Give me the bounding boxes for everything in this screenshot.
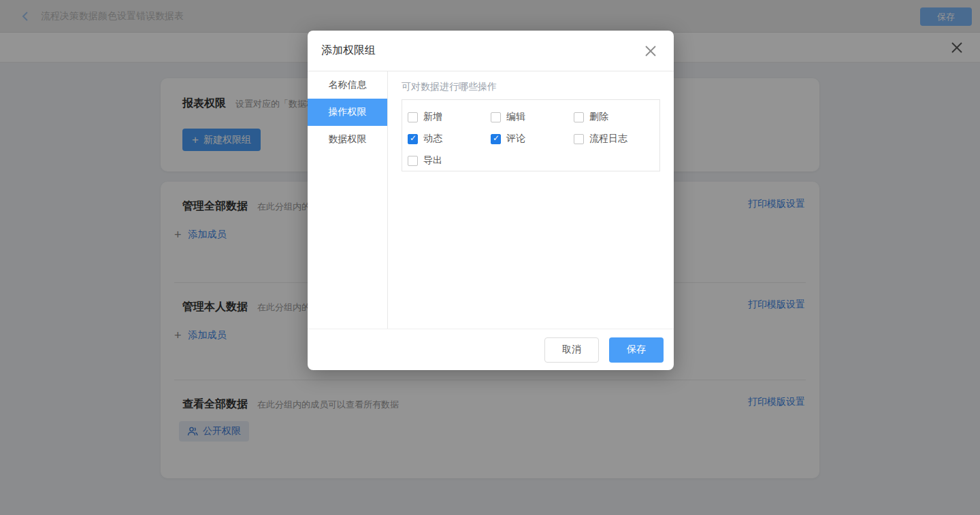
checkbox-box: [408, 112, 418, 122]
save-button[interactable]: 保存: [609, 337, 664, 363]
add-permission-group-modal: 添加权限组 名称信息 操作权限 数据权限 可对数据进行哪些操作 新增 编辑: [308, 31, 674, 370]
modal-body: 名称信息 操作权限 数据权限 可对数据进行哪些操作 新增 编辑 删除: [308, 71, 674, 329]
modal-sidebar: 名称信息 操作权限 数据权限: [308, 71, 388, 329]
checkbox-label: 删除: [589, 111, 608, 123]
checkbox-export[interactable]: 导出: [408, 150, 491, 171]
checkbox-label: 导出: [423, 154, 442, 167]
checkbox-add[interactable]: 新增: [408, 106, 491, 128]
checkbox-group: 新增 编辑 删除 动态 评论: [402, 99, 660, 171]
checkbox-box: [574, 134, 584, 144]
tab-operation-permission[interactable]: 操作权限: [308, 99, 387, 126]
checkbox-flow-log[interactable]: 流程日志: [574, 128, 657, 150]
checkbox-edit[interactable]: 编辑: [491, 106, 574, 128]
operations-question-label: 可对数据进行哪些操作: [402, 81, 660, 93]
checkbox-label: 流程日志: [589, 133, 627, 145]
checkbox-box: [408, 134, 418, 144]
modal-footer: 取消 保存: [308, 329, 674, 370]
tab-name-info[interactable]: 名称信息: [308, 71, 387, 99]
checkbox-box: [491, 112, 501, 122]
modal-close-icon[interactable]: [642, 43, 659, 59]
checkbox-box: [491, 134, 501, 144]
modal-content: 可对数据进行哪些操作 新增 编辑 删除 动态: [388, 71, 674, 329]
checkbox-delete[interactable]: 删除: [574, 106, 657, 128]
checkbox-feed[interactable]: 动态: [408, 128, 491, 150]
tab-data-permission[interactable]: 数据权限: [308, 126, 387, 153]
checkbox-label: 评论: [506, 133, 525, 145]
checkbox-label: 新增: [423, 111, 442, 123]
checkbox-label: 编辑: [506, 111, 525, 123]
checkbox-box: [408, 156, 418, 166]
modal-title: 添加权限组: [321, 44, 376, 58]
checkbox-comment[interactable]: 评论: [491, 128, 574, 150]
checkbox-label: 动态: [423, 133, 442, 145]
modal-header: 添加权限组: [308, 31, 674, 71]
cancel-button[interactable]: 取消: [544, 337, 599, 363]
checkbox-box: [574, 112, 584, 122]
